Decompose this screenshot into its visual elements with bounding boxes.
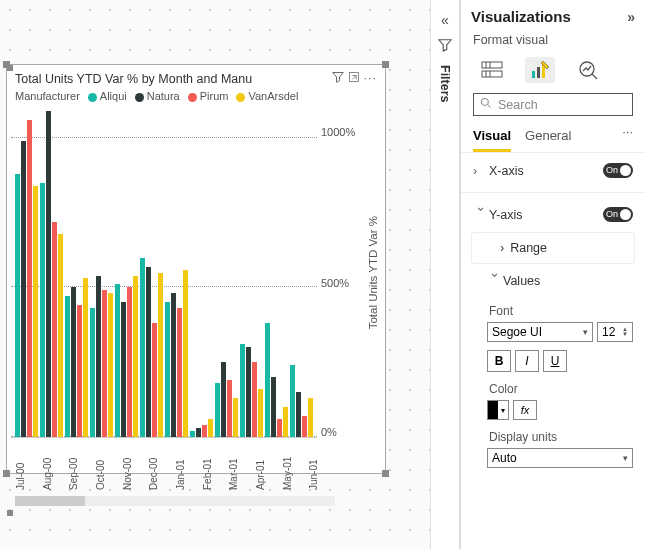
bar[interactable] [40, 183, 45, 437]
bar-group[interactable] [215, 108, 238, 437]
bar-group[interactable] [65, 108, 88, 437]
bar[interactable] [46, 111, 51, 437]
yaxis-card[interactable]: › Y-axis On [461, 197, 645, 232]
more-options-icon[interactable]: ··· [364, 71, 377, 86]
bar[interactable] [190, 431, 195, 437]
xaxis-card[interactable]: › X-axis On [461, 153, 645, 188]
bar-group[interactable] [140, 108, 163, 437]
display-units-select[interactable]: Auto▾ [487, 448, 633, 468]
search-input[interactable]: Search [473, 93, 633, 116]
filters-icon[interactable] [438, 38, 452, 55]
bar[interactable] [77, 305, 82, 437]
bar[interactable] [90, 308, 95, 437]
bar[interactable] [115, 284, 120, 437]
bar[interactable] [171, 293, 176, 437]
bar-group[interactable] [40, 108, 63, 437]
bar[interactable] [21, 141, 26, 437]
bar[interactable] [121, 302, 126, 437]
bar[interactable] [27, 120, 32, 437]
bar[interactable] [240, 344, 245, 437]
bar[interactable] [183, 270, 188, 437]
report-canvas[interactable]: Total Units YTD Var % by Month and Manu … [0, 0, 430, 549]
yaxis-range-card[interactable]: › Range [471, 232, 635, 264]
bar[interactable] [165, 302, 170, 437]
chevron-right-icon[interactable]: » [627, 9, 635, 25]
more-options-icon[interactable]: ··· [622, 124, 633, 152]
bar[interactable] [177, 308, 182, 437]
bar[interactable] [215, 383, 220, 437]
bar-group[interactable] [165, 108, 188, 437]
bar[interactable] [33, 186, 38, 437]
bar[interactable] [196, 428, 201, 437]
yaxis-toggle[interactable]: On [603, 207, 633, 222]
bar-group[interactable] [240, 108, 263, 437]
bar[interactable] [65, 296, 70, 437]
bar[interactable] [208, 419, 213, 437]
bold-button[interactable]: B [487, 350, 511, 372]
stepper-icon[interactable]: ▲▼ [622, 327, 628, 337]
bar[interactable] [146, 267, 151, 437]
plot-area[interactable] [11, 108, 317, 438]
chevron-left-icon[interactable]: « [441, 12, 449, 28]
legend-item: Pirum [188, 90, 229, 102]
bar[interactable] [227, 380, 232, 437]
analytics-icon[interactable] [573, 57, 603, 83]
bar-group[interactable] [15, 108, 38, 437]
bar[interactable] [15, 174, 20, 437]
bar[interactable] [290, 365, 295, 437]
chevron-down-icon: ▾ [498, 401, 508, 419]
bar[interactable] [302, 416, 307, 437]
bar[interactable] [246, 347, 251, 437]
bar[interactable] [83, 278, 88, 437]
bar[interactable] [258, 389, 263, 437]
format-visual-icon[interactable] [525, 57, 555, 83]
visual-container[interactable]: Total Units YTD Var % by Month and Manu … [6, 64, 386, 474]
bar[interactable] [277, 419, 282, 437]
tab-visual[interactable]: Visual [473, 124, 511, 152]
xaxis-toggle[interactable]: On [603, 163, 633, 178]
tab-general[interactable]: General [525, 124, 571, 152]
yaxis-values-card[interactable]: › Values [461, 264, 645, 298]
bar-group[interactable] [290, 108, 313, 437]
focus-mode-icon[interactable] [348, 71, 360, 86]
bar[interactable] [202, 425, 207, 437]
bar[interactable] [140, 258, 145, 437]
fx-button[interactable]: fx [513, 400, 537, 420]
bar-group[interactable] [90, 108, 113, 437]
font-size-input[interactable]: 12 ▲▼ [597, 322, 633, 342]
bar[interactable] [96, 276, 101, 438]
bar[interactable] [152, 323, 157, 437]
bar[interactable] [58, 234, 63, 437]
font-family-select[interactable]: Segoe UI▾ [487, 322, 593, 342]
bar[interactable] [102, 290, 107, 437]
bar[interactable] [108, 293, 113, 437]
bar[interactable] [283, 407, 288, 437]
bar[interactable] [252, 362, 257, 437]
bar[interactable] [233, 398, 238, 437]
svg-rect-1 [482, 62, 502, 68]
bar[interactable] [158, 273, 163, 438]
filters-pane-collapsed[interactable]: « Filters [430, 0, 460, 549]
bar-group[interactable] [190, 108, 213, 437]
color-picker[interactable]: ▾ [487, 400, 509, 420]
bar[interactable] [127, 287, 132, 437]
bar[interactable] [71, 287, 76, 437]
bar[interactable] [271, 377, 276, 437]
x-tick: Nov-00 [122, 442, 147, 490]
bar[interactable] [133, 276, 138, 438]
filter-icon[interactable] [332, 71, 344, 86]
build-visual-icon[interactable] [477, 57, 507, 83]
bar[interactable] [308, 398, 313, 437]
bar-group[interactable] [265, 108, 288, 437]
x-tick: Apr-01 [255, 442, 280, 490]
underline-button[interactable]: U [543, 350, 567, 372]
pane-title: Visualizations [471, 8, 571, 25]
italic-button[interactable]: I [515, 350, 539, 372]
bar[interactable] [265, 323, 270, 437]
bar[interactable] [296, 392, 301, 437]
horizontal-scrollbar[interactable] [15, 496, 335, 506]
bar-group[interactable] [115, 108, 138, 437]
bar[interactable] [221, 362, 226, 437]
bar[interactable] [52, 222, 57, 437]
legend-item: Aliqui [88, 90, 127, 102]
